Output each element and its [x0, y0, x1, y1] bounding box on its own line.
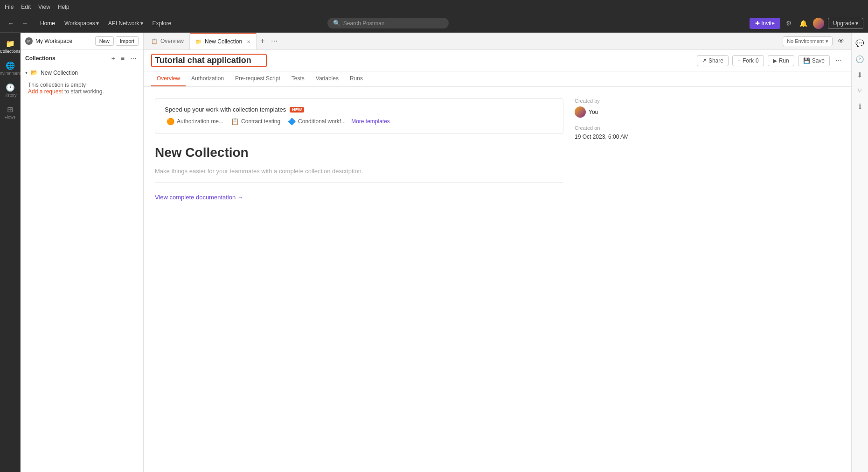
sidebar-item-flows[interactable]: ⊞ Flows	[1, 102, 20, 122]
collection-description: Make things easier for your teammates wi…	[155, 168, 563, 183]
content-main: Speed up your work with collection templ…	[155, 98, 563, 201]
workspace-header: M My Workspace New Import	[21, 33, 143, 50]
sec-tab-overview[interactable]: Overview	[151, 71, 186, 86]
add-request-link[interactable]: Add a request	[28, 88, 63, 95]
created-on-section: Created on 19 Oct 2023, 6:00 AM	[575, 125, 668, 140]
workspace-actions: New Import	[95, 36, 139, 46]
workspaces-dropdown[interactable]: Workspaces ▾	[61, 18, 103, 28]
nav-back-button[interactable]: ←	[5, 18, 17, 29]
panel-title: Collections	[25, 55, 56, 62]
api-network-dropdown[interactable]: API Network ▾	[104, 18, 147, 28]
template-items: 🟠 Authorization me... 📋 Contract testing…	[165, 117, 554, 126]
content-inner: Speed up your work with collection templ…	[155, 98, 668, 201]
templates-title: Speed up your work with collection templ…	[165, 106, 554, 113]
workspace-icon: M	[25, 37, 33, 45]
collection-page-title: New Collection	[155, 145, 563, 160]
created-by-value: You	[575, 106, 668, 118]
fork-rp-icon[interactable]: ⑂	[855, 84, 865, 98]
tab-close-icon[interactable]: ✕	[247, 39, 250, 44]
content-sidebar: Created by You Created on 19 Oct 2023, 6…	[575, 98, 668, 201]
info-icon[interactable]: ℹ	[856, 99, 864, 113]
secondary-tabs: Overview Authorization Pre-request Scrip…	[144, 71, 851, 87]
right-panel-icons: 💬 🕐 ⬇ ⑂ ℹ	[851, 33, 868, 472]
menu-help[interactable]: Help	[58, 4, 69, 10]
search-input[interactable]	[343, 20, 437, 27]
collection-toolbar-right: ↗ Share ⑂ Fork 0 ▶ Run 💾 Save ⋯	[697, 55, 844, 66]
changelog-icon[interactable]: 🕐	[853, 52, 867, 66]
upgrade-button[interactable]: Upgrade ▾	[828, 18, 863, 29]
more-options-button[interactable]: ⋯	[128, 54, 139, 63]
collection-more-button[interactable]: ⋯	[833, 56, 844, 65]
created-on-value: 19 Oct 2023, 6:00 AM	[575, 134, 668, 140]
fork-button[interactable]: ⑂ Fork 0	[732, 55, 764, 66]
template-item-auth[interactable]: 🟠 Authorization me...	[165, 117, 225, 126]
tabs-bar: 📋 Overview 📁 New Collection ✕ + ⋯ No Env…	[144, 33, 851, 50]
sec-tab-authorization[interactable]: Authorization	[186, 71, 229, 86]
search-icon: 🔍	[333, 20, 340, 27]
nav-forward-button[interactable]: →	[19, 18, 31, 29]
sort-button[interactable]: ≡	[119, 54, 126, 63]
search-bar[interactable]: 🔍	[327, 18, 449, 28]
env-settings-icon[interactable]: 👁	[836, 36, 846, 46]
main-content: 📋 Overview 📁 New Collection ✕ + ⋯ No Env…	[144, 33, 851, 472]
content-area: Speed up your work with collection templ…	[144, 87, 851, 472]
collection-name-input[interactable]	[155, 56, 263, 65]
collection-item[interactable]: ▾ 📂 New Collection	[21, 67, 143, 78]
new-badge: NEW	[290, 107, 304, 113]
notifications-icon[interactable]: 🔔	[798, 18, 809, 29]
run-button[interactable]: ▶ Run	[768, 55, 794, 66]
sidebar-item-collections[interactable]: 📁 Collections	[1, 36, 20, 56]
add-tab-button[interactable]: +	[257, 37, 268, 45]
toolbar: ← → Home Workspaces ▾ API Network ▾ Expl…	[0, 14, 868, 33]
api-network-label: API Network	[108, 20, 139, 27]
env-chevron-icon: ▾	[826, 38, 828, 44]
environment-selector[interactable]: No Environment ▾	[783, 36, 833, 46]
sec-tab-pre-request[interactable]: Pre-request Script	[229, 71, 286, 86]
history-icon: 🕐	[6, 83, 15, 92]
sec-tab-runs[interactable]: Runs	[344, 71, 368, 86]
comments-icon[interactable]: 💬	[853, 36, 867, 50]
collection-item-header: ▾ 📂 New Collection	[25, 69, 139, 76]
import-button[interactable]: Import	[116, 36, 139, 46]
tab-overview[interactable]: 📋 Overview	[146, 33, 190, 49]
fork-icon: ⑂	[737, 57, 741, 64]
collection-tab-icon: 📁	[195, 39, 202, 45]
collection-empty-message: This collection is empty Add a request t…	[21, 78, 143, 97]
invite-button[interactable]: ✚ Invite	[750, 18, 780, 29]
save-button[interactable]: 💾 Save	[798, 55, 830, 66]
home-link[interactable]: Home	[36, 18, 59, 28]
sec-tab-variables[interactable]: Variables	[310, 71, 344, 86]
nav-buttons: ← →	[5, 18, 31, 29]
workspaces-label: Workspaces	[64, 20, 95, 27]
settings-icon[interactable]: ⚙	[784, 18, 794, 29]
add-collection-button[interactable]: +	[110, 54, 117, 63]
view-docs-link[interactable]: View complete documentation →	[155, 194, 563, 201]
pull-changes-icon[interactable]: ⬇	[854, 68, 866, 82]
more-templates-link[interactable]: More templates	[351, 118, 390, 125]
template-item-conditional[interactable]: 🔷 Conditional workf...	[286, 117, 347, 126]
menu-view[interactable]: View	[38, 4, 50, 10]
sec-tab-tests[interactable]: Tests	[286, 71, 310, 86]
collection-name-label: New Collection	[41, 70, 78, 76]
auth-template-icon: 🟠	[167, 118, 174, 125]
sidebar-item-history[interactable]: 🕐 History	[1, 80, 20, 100]
created-on-label: Created on	[575, 125, 668, 131]
more-tabs-button[interactable]: ⋯	[268, 37, 280, 45]
workspaces-chevron: ▾	[96, 20, 99, 27]
save-icon: 💾	[803, 57, 810, 64]
environments-icon: 🌐	[6, 61, 15, 70]
contract-template-icon: 📋	[231, 118, 239, 125]
tabs-right: No Environment ▾ 👁	[783, 36, 849, 46]
avatar[interactable]	[813, 18, 824, 29]
sidebar-item-environments[interactable]: 🌐 Environments	[1, 58, 20, 78]
toolbar-right: ✚ Invite ⚙ 🔔 Upgrade ▾	[750, 18, 863, 29]
menu-edit[interactable]: Edit	[21, 4, 31, 10]
template-item-contract[interactable]: 📋 Contract testing	[229, 117, 282, 126]
explore-link[interactable]: Explore	[149, 18, 175, 28]
share-icon: ↗	[702, 57, 707, 64]
new-button[interactable]: New	[95, 36, 114, 46]
share-button[interactable]: ↗ Share	[697, 55, 729, 66]
menu-file[interactable]: File	[5, 4, 14, 10]
tab-new-collection[interactable]: 📁 New Collection ✕	[190, 33, 257, 49]
menu-bar: File Edit View Help	[0, 0, 868, 14]
